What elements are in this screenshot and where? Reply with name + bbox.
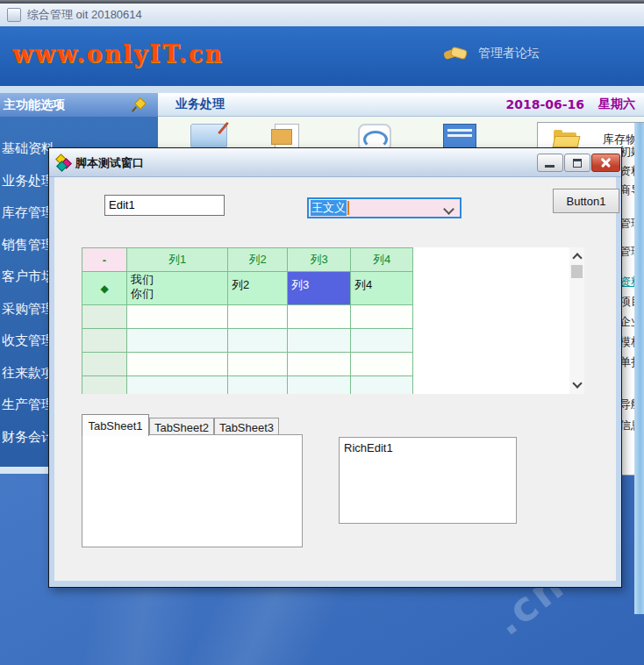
tab-sheet2[interactable]: TabSheet2 xyxy=(149,418,214,436)
app-icon xyxy=(7,8,21,22)
grid-empty-row xyxy=(82,305,413,329)
banner: www.onlyIT.cn 管理者论坛 xyxy=(0,26,644,86)
toolbar-register-icon[interactable] xyxy=(443,124,476,147)
data-grid: - 列1 列2 列3 列4 ◆ 我们 你们 列2 列3 xyxy=(82,247,584,394)
grid-corner-cell[interactable]: - xyxy=(82,248,127,272)
row-marker-cell[interactable]: ◆ xyxy=(82,272,127,305)
main-window-title: 综合管理 oit 20180614 xyxy=(27,7,142,23)
site-logo-text: www.onlyIT.cn xyxy=(12,40,224,68)
main-section-header: 业务处理 2018-06-16 星期六 xyxy=(158,93,644,117)
main-titlebar: 综合管理 oit 20180614 xyxy=(0,4,644,26)
script-icon xyxy=(56,155,71,170)
grid-col-header-2[interactable]: 列2 xyxy=(228,248,288,272)
toolbar-folder-edit-icon[interactable] xyxy=(190,124,227,147)
maximize-button[interactable] xyxy=(564,154,590,172)
script-test-dialog: 脚本测试窗口 Edit1 王文义 Button1 - 列1 列2 xyxy=(48,147,622,588)
close-button[interactable] xyxy=(591,154,620,172)
minimize-button[interactable] xyxy=(537,154,563,172)
cell-line-1: 我们 xyxy=(127,272,227,286)
forum-label: 管理者论坛 xyxy=(478,46,540,61)
grid-col-header-1[interactable]: 列1 xyxy=(127,248,228,272)
toolbar-rounded-icon[interactable] xyxy=(358,124,391,147)
grid-empty-row xyxy=(82,376,413,395)
text-caret xyxy=(347,201,349,215)
handshake-icon xyxy=(443,46,468,61)
pin-icon[interactable] xyxy=(132,98,146,111)
combo-selected-text: 王文义 xyxy=(311,200,347,216)
folder-icon xyxy=(554,130,580,147)
richedit1-field[interactable]: RichEdit1 xyxy=(339,437,517,524)
scroll-up-icon[interactable] xyxy=(572,253,582,262)
sidebar-header: 主功能选项 xyxy=(0,93,158,117)
name-combobox[interactable]: 王文义 xyxy=(307,197,462,218)
weekday-text: 星期六 xyxy=(598,97,635,112)
section-title: 业务处理 xyxy=(175,97,225,112)
dialog-client-area: Edit1 王文义 Button1 - 列1 列2 列3 列4 xyxy=(54,177,616,581)
grid-col-header-4[interactable]: 列4 xyxy=(351,248,413,272)
chevron-down-icon[interactable] xyxy=(443,204,454,215)
toolbar-documents-icon[interactable] xyxy=(275,124,299,147)
tab-content-panel xyxy=(82,434,303,547)
grid-header-row: - 列1 列2 列3 列4 xyxy=(82,248,413,272)
grid-empty-row xyxy=(82,353,413,376)
date-display: 2018-06-16 星期六 xyxy=(505,93,635,116)
window-right-strip xyxy=(634,123,644,614)
grid-cell-r1c4[interactable]: 列4 xyxy=(351,272,413,305)
forum-link[interactable]: 管理者论坛 xyxy=(443,46,540,61)
dialog-title: 脚本测试窗口 xyxy=(75,155,144,171)
grid-cell-r1c3-selected[interactable]: 列3 xyxy=(288,272,351,305)
grid-empty-row xyxy=(82,329,413,353)
grid-cell-r1c2[interactable]: 列2 xyxy=(228,272,288,305)
sidebar-header-label: 主功能选项 xyxy=(4,97,65,113)
tab-sheet1[interactable]: TabSheet1 xyxy=(82,414,149,436)
banner-strip xyxy=(0,86,644,93)
grid-col-header-3[interactable]: 列3 xyxy=(288,248,351,272)
scroll-down-icon[interactable] xyxy=(572,378,582,388)
grid-cell-r1c1[interactable]: 我们 你们 xyxy=(127,272,228,305)
tab-sheet3[interactable]: TabSheet3 xyxy=(214,418,279,436)
dialog-titlebar[interactable]: 脚本测试窗口 xyxy=(49,148,621,177)
grid-table: - 列1 列2 列3 列4 ◆ 我们 你们 列2 列3 xyxy=(82,247,413,394)
grid-vertical-scrollbar[interactable] xyxy=(569,247,584,394)
scrollbar-thumb[interactable] xyxy=(571,265,583,278)
button1[interactable]: Button1 xyxy=(553,189,619,213)
cell-line-2: 你们 xyxy=(127,286,227,300)
date-text: 2018-06-16 xyxy=(505,97,584,111)
screen: .cn 综合管理 oit 20180614 www.onlyIT.cn 管理者论… xyxy=(0,0,644,665)
edit1-field[interactable]: Edit1 xyxy=(104,195,225,216)
grid-data-row-1: ◆ 我们 你们 列2 列3 列4 xyxy=(82,272,413,305)
